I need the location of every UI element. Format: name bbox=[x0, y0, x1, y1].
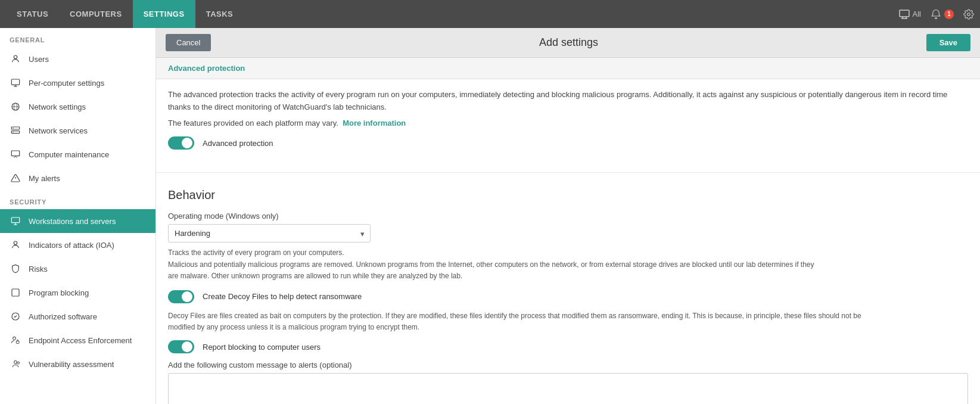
sidebar-label: Authorized software bbox=[29, 312, 97, 321]
desktop-icon bbox=[10, 215, 21, 227]
sidebar-item-my-alerts[interactable]: My alerts bbox=[0, 166, 155, 190]
sidebar-item-network-services[interactable]: Network services bbox=[0, 119, 155, 142]
nav-computers[interactable]: COMPUTERS bbox=[59, 0, 133, 28]
notifications-button[interactable]: 1 bbox=[931, 9, 954, 20]
operating-mode-select-wrapper: Hardening Learning Audit bbox=[168, 224, 371, 243]
advanced-protection-toggle[interactable] bbox=[168, 136, 194, 150]
operating-mode-label: Operating mode (Windows only) bbox=[168, 212, 968, 220]
monitor-icon bbox=[10, 148, 21, 160]
report-blocking-label: Report blocking to computer users bbox=[203, 343, 321, 352]
sidebar-item-users[interactable]: Users bbox=[0, 47, 155, 71]
svg-rect-5 bbox=[11, 79, 19, 85]
svg-point-21 bbox=[14, 241, 17, 244]
security-section-title: SECURITY bbox=[0, 190, 155, 209]
advanced-protection-title: Advanced protection bbox=[168, 64, 245, 73]
globe-icon bbox=[10, 101, 21, 113]
vulnerability-icon bbox=[10, 358, 21, 370]
advanced-protection-toggle-row: Advanced protection bbox=[168, 136, 968, 150]
decoy-toggle-row: Create Decoy Files to help detect ransom… bbox=[168, 290, 968, 303]
svg-rect-22 bbox=[12, 289, 19, 296]
sidebar-item-ioa[interactable]: Indicators of attack (IOA) bbox=[0, 233, 155, 257]
nav-status[interactable]: STATUS bbox=[6, 0, 59, 28]
behavior-body: Behavior Operating mode (Windows only) H… bbox=[156, 179, 980, 404]
user-icon bbox=[10, 53, 21, 65]
all-computers-button[interactable]: All bbox=[899, 10, 921, 19]
more-information-link[interactable]: More information bbox=[343, 119, 406, 128]
custom-message-textarea[interactable] bbox=[168, 373, 968, 404]
svg-rect-18 bbox=[11, 217, 19, 223]
operating-mode-description: Tracks the activity of every program on … bbox=[168, 247, 823, 282]
advanced-protection-toggle-label: Advanced protection bbox=[203, 139, 273, 148]
content-area: Cancel Add settings Save Advanced protec… bbox=[156, 28, 980, 404]
sidebar-label: Endpoint Access Enforcement bbox=[29, 336, 132, 345]
section-divider-1 bbox=[156, 172, 980, 173]
sidebar-label: Network settings bbox=[29, 102, 86, 111]
sidebar-label: Vulnerability assessment bbox=[29, 360, 114, 369]
svg-point-4 bbox=[14, 55, 17, 58]
sidebar-label: Workstations and servers bbox=[29, 217, 116, 226]
shield-icon bbox=[10, 263, 21, 275]
svg-point-29 bbox=[18, 363, 18, 364]
page-title: Add settings bbox=[217, 36, 920, 49]
sidebar-item-vulnerability[interactable]: Vulnerability assessment bbox=[0, 352, 155, 376]
server-icon bbox=[10, 125, 21, 136]
all-label: All bbox=[913, 10, 921, 18]
svg-point-24 bbox=[13, 337, 16, 340]
sidebar-item-computer-maintenance[interactable]: Computer maintenance bbox=[0, 142, 155, 166]
ioa-icon bbox=[10, 239, 21, 251]
sidebar-label: Computer maintenance bbox=[29, 150, 109, 159]
svg-rect-0 bbox=[900, 10, 909, 17]
sidebar-label: My alerts bbox=[29, 174, 60, 183]
custom-message-label: Add the following custom message to aler… bbox=[168, 361, 968, 369]
behavior-title: Behavior bbox=[168, 188, 968, 202]
nav-right-actions: All 1 bbox=[899, 9, 974, 20]
top-navigation: STATUS COMPUTERS SETTINGS TASKS All 1 bbox=[0, 0, 980, 28]
alert-triangle-icon bbox=[10, 172, 21, 184]
sidebar-label: Network services bbox=[29, 126, 88, 135]
sidebar-label: Risks bbox=[29, 265, 48, 274]
cancel-button[interactable]: Cancel bbox=[166, 34, 211, 51]
save-button[interactable]: Save bbox=[926, 34, 970, 51]
sidebar-item-workstations[interactable]: Workstations and servers bbox=[0, 209, 155, 233]
general-section-title: GENERAL bbox=[0, 28, 155, 47]
person-lock-icon bbox=[10, 334, 21, 346]
svg-point-14 bbox=[13, 132, 13, 132]
report-blocking-toggle[interactable] bbox=[168, 340, 194, 353]
settings-gear-button[interactable] bbox=[963, 9, 974, 20]
sidebar-label: Per-computer settings bbox=[29, 79, 104, 88]
content-toolbar: Cancel Add settings Save bbox=[156, 28, 980, 58]
svg-point-26 bbox=[14, 361, 17, 363]
nav-settings[interactable]: SETTINGS bbox=[133, 0, 195, 28]
sidebar-item-network-settings[interactable]: Network settings bbox=[0, 95, 155, 119]
form-content: Advanced protection The advanced protect… bbox=[156, 58, 980, 404]
advanced-protection-desc2: The features provided on each platform m… bbox=[168, 117, 968, 130]
svg-rect-25 bbox=[16, 341, 19, 343]
sidebar-label: Users bbox=[29, 55, 49, 64]
operating-mode-select[interactable]: Hardening Learning Audit bbox=[168, 224, 371, 243]
check-circle-icon bbox=[10, 310, 21, 322]
sidebar-item-endpoint-access[interactable]: Endpoint Access Enforcement bbox=[0, 328, 155, 352]
sidebar: GENERAL Users Per-computer settings Netw… bbox=[0, 28, 156, 404]
svg-point-13 bbox=[13, 128, 13, 128]
advanced-protection-body: The advanced protection tracks the activ… bbox=[156, 79, 980, 166]
advanced-protection-desc1: The advanced protection tracks the activ… bbox=[168, 89, 968, 114]
advanced-protection-header: Advanced protection bbox=[156, 58, 980, 79]
sidebar-item-per-computer[interactable]: Per-computer settings bbox=[0, 71, 155, 95]
svg-rect-15 bbox=[11, 151, 19, 156]
decoy-description: Decoy Files are files created as bait on… bbox=[168, 310, 883, 333]
main-layout: GENERAL Users Per-computer settings Netw… bbox=[0, 28, 980, 404]
sidebar-label: Program blocking bbox=[29, 288, 89, 297]
sidebar-item-program-blocking[interactable]: Program blocking bbox=[0, 281, 155, 304]
sidebar-item-risks[interactable]: Risks bbox=[0, 257, 155, 281]
decoy-toggle-label: Create Decoy Files to help detect ransom… bbox=[203, 292, 362, 301]
decoy-toggle[interactable] bbox=[168, 290, 194, 303]
nav-tasks[interactable]: TASKS bbox=[195, 0, 244, 28]
per-computer-icon bbox=[10, 77, 21, 89]
sidebar-label: Indicators of attack (IOA) bbox=[29, 241, 114, 250]
report-blocking-toggle-row: Report blocking to computer users bbox=[168, 340, 968, 353]
block-icon bbox=[10, 287, 21, 299]
sidebar-item-authorized-software[interactable]: Authorized software bbox=[0, 304, 155, 328]
notification-count: 1 bbox=[944, 10, 954, 19]
